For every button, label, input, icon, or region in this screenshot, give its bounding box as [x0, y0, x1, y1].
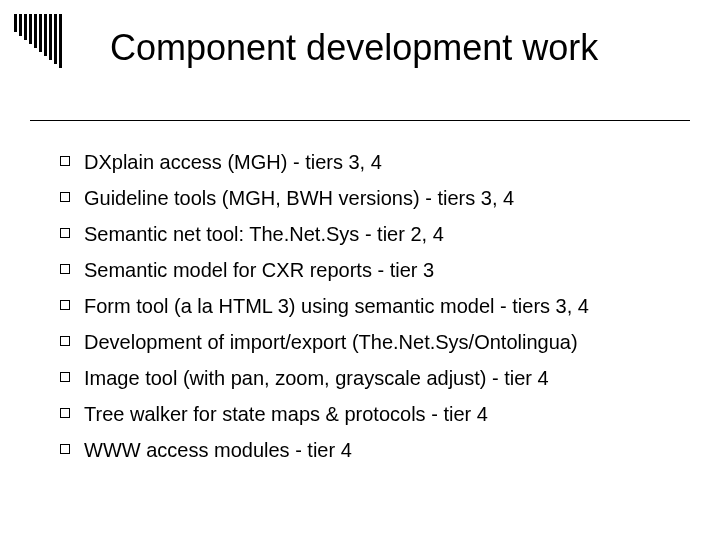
slide: Component development work DXplain acces… — [0, 0, 720, 540]
bar-icon — [59, 14, 62, 68]
bullet-text: Semantic net tool: The.Net.Sys - tier 2,… — [84, 222, 680, 247]
list-item: Development of import/export (The.Net.Sy… — [60, 330, 680, 355]
bullet-text: DXplain access (MGH) - tiers 3, 4 — [84, 150, 680, 175]
bar-icon — [39, 14, 42, 52]
bar-icon — [19, 14, 22, 36]
bar-icon — [44, 14, 47, 56]
square-bullet-icon — [60, 408, 70, 418]
bar-icon — [29, 14, 32, 44]
bullet-text: WWW access modules - tier 4 — [84, 438, 680, 463]
square-bullet-icon — [60, 264, 70, 274]
bar-icon — [54, 14, 57, 64]
bullet-text: Tree walker for state maps & protocols -… — [84, 402, 680, 427]
square-bullet-icon — [60, 372, 70, 382]
page-title: Component development work — [110, 28, 690, 68]
bullet-text: Guideline tools (MGH, BWH versions) - ti… — [84, 186, 680, 211]
list-item: Semantic model for CXR reports - tier 3 — [60, 258, 680, 283]
list-item: Semantic net tool: The.Net.Sys - tier 2,… — [60, 222, 680, 247]
square-bullet-icon — [60, 228, 70, 238]
square-bullet-icon — [60, 444, 70, 454]
list-item: DXplain access (MGH) - tiers 3, 4 — [60, 150, 680, 175]
bullet-text: Development of import/export (The.Net.Sy… — [84, 330, 680, 355]
bullet-text: Image tool (with pan, zoom, grayscale ad… — [84, 366, 680, 391]
bar-icon — [14, 14, 17, 32]
list-item: Tree walker for state maps & protocols -… — [60, 402, 680, 427]
list-item: Image tool (with pan, zoom, grayscale ad… — [60, 366, 680, 391]
square-bullet-icon — [60, 156, 70, 166]
bar-icon — [49, 14, 52, 60]
bullet-text: Form tool (a la HTML 3) using semantic m… — [84, 294, 680, 319]
list-item: Guideline tools (MGH, BWH versions) - ti… — [60, 186, 680, 211]
horizontal-rule — [30, 120, 690, 121]
list-item: Form tool (a la HTML 3) using semantic m… — [60, 294, 680, 319]
bar-icon — [24, 14, 27, 40]
list-item: WWW access modules - tier 4 — [60, 438, 680, 463]
square-bullet-icon — [60, 336, 70, 346]
bar-icon — [34, 14, 37, 48]
square-bullet-icon — [60, 192, 70, 202]
decorative-bars — [14, 14, 62, 68]
square-bullet-icon — [60, 300, 70, 310]
bullet-list: DXplain access (MGH) - tiers 3, 4 Guidel… — [60, 150, 680, 474]
bullet-text: Semantic model for CXR reports - tier 3 — [84, 258, 680, 283]
